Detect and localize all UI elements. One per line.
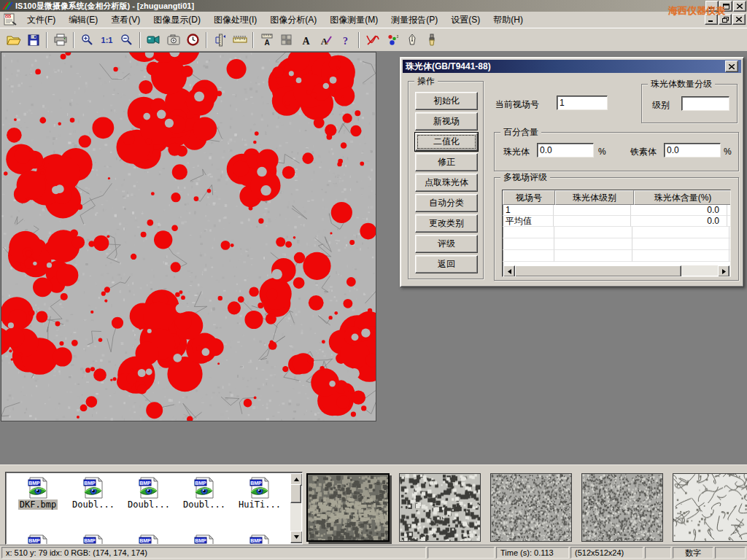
binarize-button[interactable]: 二值化 bbox=[415, 133, 478, 151]
table-row[interactable] bbox=[503, 227, 731, 238]
col-pearlite-grade[interactable]: 珠光体级别 bbox=[555, 190, 634, 205]
file-name: Doubl... bbox=[126, 499, 171, 510]
app-logo-icon bbox=[1, 1, 13, 11]
svg-text:A: A bbox=[302, 35, 310, 46]
thumbnail-1[interactable] bbox=[306, 473, 390, 542]
file-item[interactable] bbox=[12, 534, 64, 545]
measure-scale-icon[interactable]: A bbox=[257, 31, 276, 50]
workspace: 珠光体(GB/T9441-88) 操作 初始化 新视场 二值化 修正 点取珠光体… bbox=[0, 51, 747, 464]
col-field-number[interactable]: 视场号 bbox=[503, 190, 555, 205]
scroll-left-icon[interactable] bbox=[503, 265, 515, 277]
scrollbar-thumb[interactable] bbox=[290, 484, 301, 503]
cell-field-number: 1 bbox=[503, 205, 554, 216]
toolbar-separator bbox=[206, 32, 207, 48]
col-pearlite-content[interactable]: 珠光体含量(%) bbox=[634, 190, 731, 205]
change-class-button[interactable]: 更改类别 bbox=[415, 214, 478, 233]
actual-size-icon[interactable]: 1:1 bbox=[97, 31, 117, 50]
particle-classify-icon[interactable]: 3 bbox=[382, 31, 402, 50]
grade-input[interactable] bbox=[681, 96, 729, 111]
table-row[interactable]: 平均值 0.0 bbox=[503, 216, 731, 227]
new-field-button[interactable]: 新视场 bbox=[415, 112, 478, 131]
print-icon[interactable] bbox=[50, 31, 70, 50]
table-row[interactable] bbox=[503, 250, 731, 262]
file-item[interactable]: HuiTi... bbox=[233, 476, 286, 510]
window-title: IS100显微摄像系统(金相分析版) - [zhuguangti01] bbox=[15, 1, 194, 12]
file-list-scrollbar[interactable] bbox=[290, 473, 301, 543]
correct-button[interactable]: 修正 bbox=[415, 153, 478, 171]
curve-tool-icon[interactable] bbox=[363, 31, 382, 50]
toolbar-separator bbox=[73, 32, 74, 48]
pearlite-percent-input[interactable] bbox=[537, 143, 594, 158]
dialog-close-icon[interactable] bbox=[725, 61, 738, 72]
table-row[interactable] bbox=[503, 238, 731, 250]
ruler-icon[interactable] bbox=[230, 31, 249, 50]
brush-icon[interactable] bbox=[422, 31, 441, 50]
file-item[interactable] bbox=[233, 534, 286, 545]
grid-icon[interactable] bbox=[276, 31, 296, 50]
actual-size-label: 1:1 bbox=[101, 36, 113, 44]
thumbnail-4[interactable] bbox=[581, 473, 663, 542]
clock-icon[interactable] bbox=[183, 31, 203, 50]
return-button[interactable]: 返回 bbox=[415, 255, 478, 273]
toolbar-separator bbox=[358, 32, 360, 48]
table-horizontal-scrollbar[interactable] bbox=[503, 265, 729, 276]
status-empty bbox=[427, 547, 495, 559]
menu-image-display[interactable]: 图像显示(D) bbox=[147, 12, 207, 28]
menu-view[interactable]: 查看(V) bbox=[104, 12, 147, 28]
menu-edit[interactable]: 编辑(E) bbox=[62, 12, 104, 28]
menu-image-processing[interactable]: 图像处理(I) bbox=[207, 12, 263, 28]
grade-label: 级别 bbox=[652, 99, 670, 112]
dialog-title: 珠光体(GB/T9441-88) bbox=[406, 61, 491, 73]
ferrite-label: 铁素体 bbox=[630, 146, 657, 158]
thumbnail-3[interactable] bbox=[490, 473, 572, 542]
file-item[interactable] bbox=[67, 534, 120, 545]
thumbnail-5[interactable] bbox=[673, 473, 747, 542]
video-camera-icon[interactable] bbox=[144, 31, 163, 50]
help-icon[interactable]: ? bbox=[336, 31, 355, 50]
file-item[interactable]: Doubl... bbox=[178, 476, 231, 510]
menu-help[interactable]: 帮助(H) bbox=[487, 12, 530, 28]
file-item[interactable]: DKF.bmp bbox=[12, 476, 64, 510]
current-field-input[interactable] bbox=[557, 96, 608, 110]
rating-table[interactable]: 视场号 珠光体级别 珠光体含量(%) 铁素体含量(%) 1 0.0 平均值 bbox=[502, 190, 731, 277]
menu-measure-report[interactable]: 测量报告(P) bbox=[384, 12, 444, 28]
titlebar: IS100显微摄像系统(金相分析版) - [zhuguangti01] bbox=[0, 0, 747, 12]
ferrite-percent-input[interactable] bbox=[664, 143, 721, 158]
rate-button[interactable]: 评级 bbox=[415, 235, 478, 253]
menu-settings[interactable]: 设置(S) bbox=[444, 12, 487, 28]
thumbnail-2[interactable] bbox=[399, 473, 481, 542]
pen-icon[interactable] bbox=[402, 31, 422, 50]
init-button[interactable]: 初始化 bbox=[415, 92, 478, 110]
dialog-titlebar[interactable]: 珠光体(GB/T9441-88) bbox=[403, 60, 741, 73]
save-icon[interactable] bbox=[23, 31, 43, 50]
text-edit-icon[interactable]: A bbox=[316, 31, 336, 50]
caliper-icon[interactable] bbox=[210, 31, 230, 50]
zoom-out-icon[interactable] bbox=[117, 31, 136, 50]
table-header-row: 视场号 珠光体级别 珠光体含量(%) 铁素体含量(%) bbox=[503, 190, 731, 205]
scrollbar-thumb[interactable] bbox=[515, 265, 681, 277]
table-row[interactable]: 1 0.0 bbox=[503, 205, 731, 216]
pick-pearlite-button[interactable]: 点取珠光体 bbox=[415, 174, 478, 192]
camera-icon[interactable] bbox=[163, 31, 183, 50]
child-close-button[interactable] bbox=[732, 14, 746, 25]
file-item[interactable]: Doubl... bbox=[67, 476, 120, 510]
multi-field-group: 多视场评级 视场号 珠光体级别 珠光体含量(%) 铁素体含量(%) 1 0.0 bbox=[494, 177, 739, 281]
close-button[interactable] bbox=[733, 1, 746, 12]
file-item[interactable]: Doubl... bbox=[123, 476, 175, 510]
file-item[interactable] bbox=[123, 534, 175, 545]
text-icon[interactable]: A bbox=[296, 31, 316, 50]
menu-file[interactable]: 文件(F) bbox=[20, 12, 62, 28]
svg-text:A: A bbox=[264, 39, 269, 46]
zoom-in-icon[interactable] bbox=[77, 31, 97, 50]
scroll-down-icon[interactable] bbox=[290, 531, 303, 543]
menu-image-analysis[interactable]: 图像分析(A) bbox=[263, 12, 323, 28]
menu-image-measure[interactable]: 图像测量(M) bbox=[323, 12, 384, 28]
scroll-right-icon[interactable] bbox=[718, 265, 729, 277]
file-item[interactable] bbox=[178, 534, 231, 545]
open-folder-icon[interactable] bbox=[4, 31, 23, 50]
auto-classify-button[interactable]: 自动分类 bbox=[415, 194, 478, 212]
metallographic-image[interactable] bbox=[1, 52, 376, 421]
bottom-panel: DKF.bmp Doubl... Doubl... Doubl... HuiTi… bbox=[0, 464, 747, 545]
file-list[interactable]: DKF.bmp Doubl... Doubl... Doubl... HuiTi… bbox=[5, 472, 303, 545]
bmp-file-icon bbox=[248, 476, 271, 499]
